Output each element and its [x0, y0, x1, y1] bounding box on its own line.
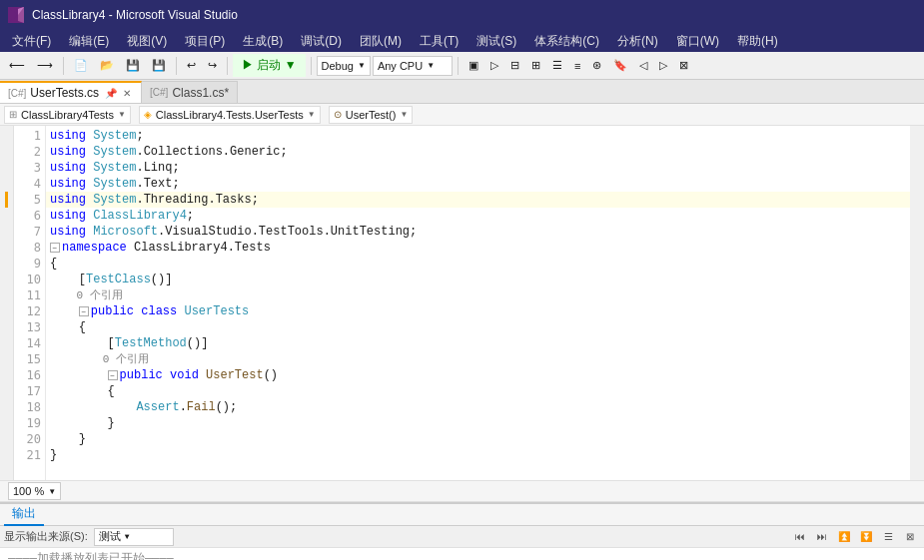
- toolbar-btn-d[interactable]: ⊞: [526, 56, 545, 75]
- output-btn-3[interactable]: ⏫: [834, 528, 854, 546]
- output-toolbar: 显示输出来源(S): 测试 ▼ ⏮ ⏭ ⏫ ⏬ ☰ ⊠: [0, 526, 924, 548]
- menu-arch[interactable]: 体系结构(C): [526, 31, 607, 52]
- menu-analyze[interactable]: 分析(N): [609, 31, 666, 52]
- code-line-21: }: [46, 447, 910, 463]
- toolbar-btn-k[interactable]: ⊠: [674, 56, 693, 75]
- code-line-7: using Microsoft.VisualStudio.TestTools.U…: [46, 224, 910, 240]
- vs-logo: [8, 7, 24, 23]
- menu-bar: 文件(F) 编辑(E) 视图(V) 项目(P) 生成(B) 调试(D) 团队(M…: [0, 30, 924, 52]
- toolbar-btn-f[interactable]: ≡: [569, 57, 585, 75]
- tab-icon-usertests: [C#]: [8, 88, 26, 99]
- gutter-yellow-marker: [5, 192, 8, 208]
- nav-class-label: ClassLibrary4.Tests.UserTests: [156, 109, 304, 121]
- toolbar-saveall-btn[interactable]: 💾: [147, 56, 171, 75]
- code-line-15: 0 个引用: [46, 351, 910, 367]
- menu-team[interactable]: 团队(M): [352, 31, 410, 52]
- toolbar-sep-1: [63, 57, 64, 75]
- output-btn-6[interactable]: ⊠: [900, 528, 920, 546]
- output-source-dropdown[interactable]: 测试 ▼: [94, 528, 174, 546]
- code-area[interactable]: using System; using System.Collections.G…: [46, 126, 910, 480]
- output-btn-5[interactable]: ☰: [878, 528, 898, 546]
- menu-debug[interactable]: 调试(D): [293, 31, 350, 52]
- toolbar-back-btn[interactable]: ⟵: [4, 56, 30, 75]
- toolbar-sep-2: [176, 57, 177, 75]
- collapse-class[interactable]: −: [79, 306, 89, 316]
- toolbar-btn-a[interactable]: ▣: [463, 56, 483, 75]
- output-btn-1[interactable]: ⏮: [790, 528, 810, 546]
- tab-pin-usertests[interactable]: 📌: [105, 88, 117, 99]
- app-title: ClassLibrary4 - Microsoft Visual Studio: [32, 8, 238, 22]
- nav-project-label: ClassLibrary4Tests: [21, 109, 114, 121]
- code-line-4: using System.Text;: [46, 176, 910, 192]
- nav-method-icon: ⊙: [334, 109, 342, 120]
- toolbar-btn-g[interactable]: ⊛: [587, 56, 606, 75]
- output-source-arrow: ▼: [125, 532, 130, 541]
- tab-class1[interactable]: [C#] Class1.cs*: [142, 81, 238, 103]
- toolbar: ⟵ ⟶ 📄 📂 💾 💾 ↩ ↪ ▶ 启动 ▼ Debug ▼ Any CPU ▼…: [0, 52, 924, 80]
- menu-view[interactable]: 视图(V): [119, 31, 175, 52]
- code-line-13: {: [46, 319, 910, 335]
- nav-class-arrow[interactable]: ▼: [308, 110, 316, 119]
- code-line-3: using System.Linq;: [46, 160, 910, 176]
- toolbar-save-btn[interactable]: 💾: [121, 56, 145, 75]
- zoom-bar: 100 % ▼: [0, 480, 924, 502]
- zoom-dropdown[interactable]: 100 % ▼: [8, 482, 61, 500]
- toolbar-btn-c[interactable]: ⊟: [505, 56, 524, 75]
- zoom-value: 100 %: [13, 485, 44, 497]
- code-line-2: using System.Collections.Generic;: [46, 144, 910, 160]
- menu-file[interactable]: 文件(F): [4, 31, 59, 52]
- toolbar-start-btn[interactable]: ▶ 启动 ▼: [233, 54, 306, 77]
- collapse-method[interactable]: −: [108, 370, 118, 380]
- menu-tools[interactable]: 工具(T): [412, 31, 466, 52]
- output-btn-4[interactable]: ⏬: [856, 528, 876, 546]
- code-line-5: using System.Threading.Tasks;: [46, 192, 910, 208]
- code-line-10: [TestClass()]: [46, 272, 910, 287]
- debug-mode-dropdown[interactable]: Debug ▼: [317, 56, 371, 76]
- tab-close-usertests[interactable]: ✕: [121, 88, 133, 99]
- menu-test[interactable]: 测试(S): [468, 31, 524, 52]
- nav-method-arrow[interactable]: ▼: [400, 110, 408, 119]
- tab-label-class1: Class1.cs*: [172, 86, 229, 100]
- tab-label-usertests: UserTests.cs: [30, 86, 99, 100]
- code-line-8: −namespace ClassLibrary4.Tests: [46, 240, 910, 256]
- toolbar-btn-b[interactable]: ▷: [485, 56, 503, 75]
- toolbar-open-btn[interactable]: 📂: [95, 56, 119, 75]
- zoom-arrow: ▼: [48, 487, 56, 496]
- nav-project-arrow[interactable]: ▼: [118, 110, 126, 119]
- output-btn-2[interactable]: ⏭: [812, 528, 832, 546]
- toolbar-btn-h[interactable]: 🔖: [608, 56, 632, 75]
- collapse-namespace[interactable]: −: [50, 243, 60, 253]
- nav-method[interactable]: ⊙ UserTest() ▼: [329, 106, 414, 124]
- toolbar-forward-btn[interactable]: ⟶: [32, 56, 58, 75]
- right-scrollbar[interactable]: [910, 126, 924, 480]
- toolbar-redo-btn[interactable]: ↪: [203, 56, 222, 75]
- platform-dropdown[interactable]: Any CPU ▼: [373, 56, 453, 76]
- menu-project[interactable]: 项目(P): [177, 31, 233, 52]
- debug-dropdown-arrow: ▼: [358, 61, 366, 70]
- menu-window[interactable]: 窗口(W): [668, 31, 727, 52]
- menu-help[interactable]: 帮助(H): [729, 31, 786, 52]
- toolbar-sep-5: [458, 57, 459, 75]
- toolbar-btn-i[interactable]: ◁: [634, 56, 652, 75]
- toolbar-sep-3: [227, 57, 228, 75]
- output-tab-main[interactable]: 输出: [4, 503, 44, 526]
- menu-build[interactable]: 生成(B): [235, 31, 291, 52]
- tab-icon-class1: [C#]: [150, 87, 168, 98]
- nav-method-label: UserTest(): [346, 109, 397, 121]
- menu-edit[interactable]: 编辑(E): [61, 31, 117, 52]
- svg-marker-0: [8, 7, 18, 23]
- toolbar-new-btn[interactable]: 📄: [69, 56, 93, 75]
- editor-area: 1 2 3 4 5 6 7 8 9 10 11 12 13 14 15 16 1…: [0, 126, 924, 480]
- toolbar-sep-4: [311, 57, 312, 75]
- toolbar-undo-btn[interactable]: ↩: [182, 56, 201, 75]
- nav-bar: ⊞ ClassLibrary4Tests ▼ ◈ ClassLibrary4.T…: [0, 104, 924, 126]
- code-line-6: using ClassLibrary4;: [46, 208, 910, 224]
- toolbar-btn-j[interactable]: ▷: [654, 56, 672, 75]
- code-line-12: −public class UserTests: [46, 303, 910, 319]
- tab-usertests[interactable]: [C#] UserTests.cs 📌 ✕: [0, 81, 142, 103]
- nav-project-icon: ⊞: [9, 109, 17, 120]
- nav-class-icon: ◈: [144, 109, 152, 120]
- nav-project[interactable]: ⊞ ClassLibrary4Tests ▼: [4, 106, 131, 124]
- toolbar-btn-e[interactable]: ☰: [547, 56, 567, 75]
- nav-class[interactable]: ◈ ClassLibrary4.Tests.UserTests ▼: [139, 106, 321, 124]
